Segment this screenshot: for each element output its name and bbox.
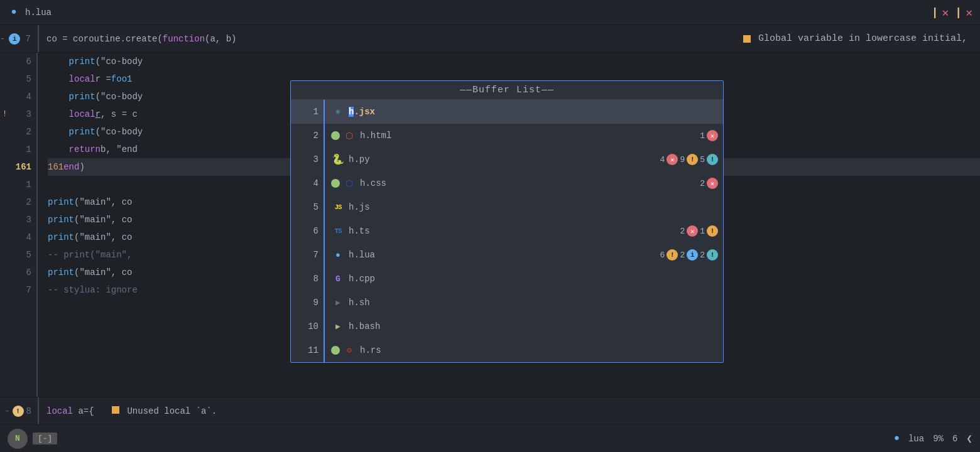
buf-icon-lua: ●	[331, 250, 345, 260]
buf-num-9: 9	[291, 298, 324, 308]
diag-square	[743, 35, 751, 43]
badge-warn-6: !	[707, 225, 718, 237]
lua-icon: ●	[894, 433, 900, 444]
buf-sep-4	[324, 171, 325, 195]
file-icon: ●	[8, 6, 20, 19]
buf-num-10: 10	[291, 321, 324, 331]
diag-content: local a={ Unused local `a`.	[39, 406, 980, 416]
status-arrow: ❮	[966, 433, 972, 445]
status-left: N [-]	[8, 429, 57, 449]
gutter-5: 5	[0, 70, 38, 88]
buf-num-6: 6	[291, 226, 324, 236]
buffer-item-9[interactable]: 9 ▶ h.sh	[291, 291, 723, 315]
buf-icon-html: ⬡	[342, 131, 356, 141]
badge-err-6: ✕	[687, 225, 698, 237]
buffer-item-7[interactable]: 7 ● h.lua 6 ! 2 i 2 !	[291, 243, 723, 267]
buf-icon-ts: TS	[331, 227, 345, 235]
gutter-print6: 6	[0, 264, 38, 281]
hint-code: co = coroutine.create(function(a, b)	[39, 34, 743, 44]
buf-num-8: 8	[291, 274, 324, 284]
title: h.lua	[25, 8, 52, 18]
gutter-print3: 3	[0, 211, 38, 229]
gutter-print2: 2	[0, 193, 38, 211]
badge-info-7: i	[687, 249, 698, 261]
gutter-print5: 5	[0, 246, 38, 264]
code-line-6: print("co-body	[48, 53, 980, 70]
gutter-stylua: 7	[0, 281, 38, 299]
buf-name-10: h.bash	[349, 321, 718, 331]
gutter-4: 4	[0, 88, 38, 105]
status-right: ● lua 9% 6 ❮	[894, 433, 972, 445]
buf-icon-rs: ⚙	[342, 345, 356, 355]
buffer-list-items: 1 ⚛ h.jsx 2 ⬡ h.html 1 ✕	[291, 100, 723, 362]
buffer-item-4[interactable]: 4 ⬡ h.css 2 ✕	[291, 171, 723, 195]
buf-sep-1	[324, 100, 325, 124]
hint-line-num: - i 7	[0, 33, 38, 45]
title-bar: ● h.lua | ✕ | ✕	[0, 0, 980, 25]
buf-icon-bash: ▶	[331, 321, 345, 331]
buf-icon-cpp: G	[331, 274, 345, 284]
buf-num-5: 5	[291, 202, 324, 212]
close-button2[interactable]: ✕	[966, 6, 972, 19]
buf-name-1: h.jsx	[349, 107, 718, 117]
buf-name-7: h.lua	[349, 250, 654, 260]
buf-name-11: h.rs	[360, 345, 718, 355]
minus-sign: -	[0, 34, 5, 44]
buf-sep-11	[324, 338, 325, 362]
editor-area: 6 5 4 ! 3 2 1 161 1 2 3 4 5 6 7 print("c…	[0, 53, 980, 397]
status-lang: lua	[908, 434, 924, 444]
badge-err-4: ✕	[707, 178, 718, 189]
buf-icon-css: ⬡	[342, 178, 356, 189]
buf-sep-10	[324, 315, 325, 338]
gutter-2: 2	[0, 123, 38, 141]
buffer-item-1[interactable]: 1 ⚛ h.jsx	[291, 100, 723, 124]
gutter-blank: 1	[0, 176, 38, 193]
badge-warn-3: !	[687, 154, 698, 165]
buffer-item-3[interactable]: 3 🐍 h.py 4 ✕ 9 ! 5 !	[291, 148, 723, 171]
badge-hint-3: !	[707, 154, 718, 165]
diag-line-num: - ! 8	[0, 406, 38, 417]
buf-name-2: h.html	[360, 131, 694, 141]
buffer-item-11[interactable]: 11 ⚙ h.rs	[291, 338, 723, 362]
status-line: 6	[952, 434, 957, 444]
buf-icon-py: 🐍	[331, 153, 345, 166]
buffer-list: ——Buffer List—— 1 ⚛ h.jsx 2 ⬡ h.html 1	[290, 80, 724, 363]
buf-num-7: 7	[291, 250, 324, 260]
hint-bar: - i 7 co = coroutine.create(function(a, …	[0, 25, 980, 53]
buffer-item-6[interactable]: 6 TS h.ts 2 ✕ 1 !	[291, 219, 723, 243]
diag-minus: -	[4, 406, 9, 416]
hint-diag: Global variable in lowercase initial,	[743, 33, 967, 44]
buffer-list-title: ——Buffer List——	[291, 81, 723, 100]
badge-warn-7: !	[667, 249, 678, 261]
buf-sep-5	[324, 195, 325, 219]
buf-sep-7	[324, 243, 325, 267]
badge-err-2: ✕	[707, 130, 718, 141]
window-controls: | ✕ | ✕	[932, 6, 972, 19]
diag-unused-text: Unused local `a`.	[127, 406, 217, 416]
buf-num-11: 11	[291, 345, 324, 355]
buf-sep-6	[324, 219, 325, 243]
buf-badges-4: 2 ✕	[697, 178, 718, 189]
gutter-print4: 4	[0, 229, 38, 246]
buffer-item-5[interactable]: 5 JS h.js	[291, 195, 723, 219]
buf-badges-7: 6 ! 2 i 2 !	[658, 249, 718, 261]
buf-icon-sh: ▶	[331, 298, 345, 308]
gutter-1: 1	[0, 141, 38, 158]
buf-name-8: h.cpp	[349, 274, 718, 284]
close-button[interactable]: ✕	[942, 6, 949, 19]
mode-badge: [-]	[33, 433, 57, 444]
buffer-item-2[interactable]: 2 ⬡ h.html 1 ✕	[291, 124, 723, 148]
badge-hint-7: !	[707, 249, 718, 261]
buf-num-2: 2	[291, 131, 324, 141]
gutter-3: ! 3	[0, 105, 38, 123]
status-bar: N [-] ● lua 9% 6 ❮	[0, 424, 980, 452]
buffer-item-8[interactable]: 8 G h.cpp	[291, 267, 723, 291]
info-icon: i	[9, 33, 20, 45]
buffer-item-10[interactable]: 10 ▶ h.bash	[291, 315, 723, 338]
buf-name-5: h.js	[349, 202, 718, 212]
warn-icon: !	[13, 406, 24, 417]
buf-sep-9	[324, 291, 325, 315]
diag-bar: - ! 8 local a={ Unused local `a`.	[0, 397, 980, 424]
buf-sep-2	[324, 124, 325, 148]
neovim-icon: N	[8, 429, 28, 449]
